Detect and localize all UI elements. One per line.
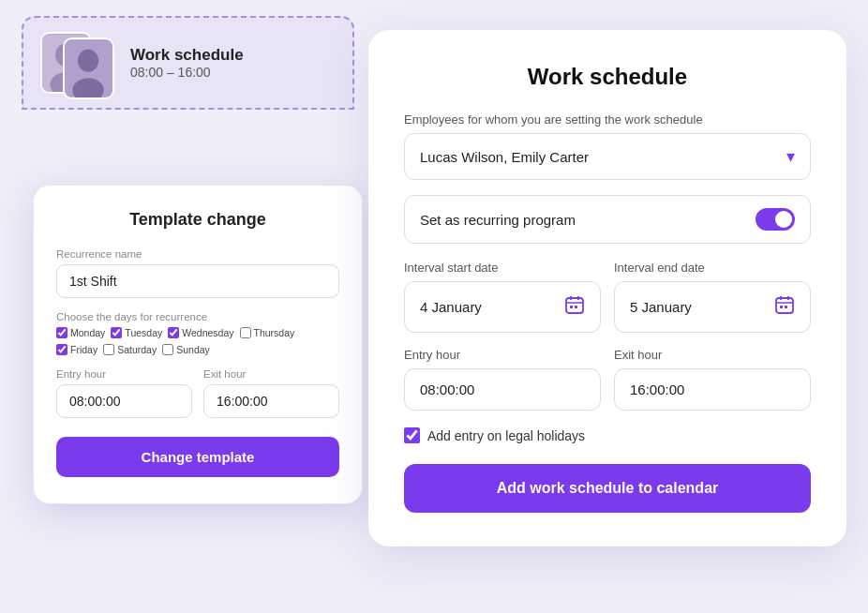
interval-start-input[interactable]: 4 January xyxy=(404,281,601,333)
entry-hour-group: Entry hour xyxy=(56,368,192,418)
entry-hour-label: Entry hour xyxy=(56,368,192,380)
day-saturday: Saturday xyxy=(103,344,157,355)
time-row: Entry hour Exit hour xyxy=(56,368,339,418)
day-tuesday-checkbox[interactable] xyxy=(111,327,122,338)
main-exit-hour-value: 16:00:00 xyxy=(630,381,684,397)
day-monday: Monday xyxy=(56,327,105,338)
day-friday-checkbox[interactable] xyxy=(56,344,67,355)
time-fields-row: Entry hour 08:00:00 Exit hour 16:00:00 xyxy=(404,348,811,411)
change-template-button[interactable]: Change template xyxy=(56,437,339,477)
days-label: Choose the days for recurrence xyxy=(56,311,339,322)
exit-hour-label: Exit hour xyxy=(203,368,339,380)
interval-start-label: Interval start date xyxy=(404,261,601,275)
days-row: Monday Tuesday Wednesday Thursday Friday xyxy=(56,327,339,355)
date-row: Interval start date 4 January xyxy=(404,261,811,333)
employees-label: Employees for whom you are setting the w… xyxy=(404,112,811,127)
svg-rect-10 xyxy=(570,306,573,308)
svg-rect-17 xyxy=(785,306,787,308)
calendar-start-icon xyxy=(564,294,585,320)
main-exit-hour-input[interactable]: 16:00:00 xyxy=(614,368,811,411)
svg-rect-11 xyxy=(575,306,577,308)
recurring-label: Set as recurring program xyxy=(420,212,576,228)
exit-hour-group: Exit hour xyxy=(203,368,339,418)
template-card-title: Template change xyxy=(56,210,339,230)
entry-hour-input[interactable] xyxy=(56,384,192,418)
recurrence-name-input[interactable] xyxy=(56,264,339,298)
day-sunday: Sunday xyxy=(162,344,210,355)
main-card: Work schedule Employees for whom you are… xyxy=(368,30,846,546)
svg-rect-6 xyxy=(566,298,583,313)
interval-start-group: Interval start date 4 January xyxy=(404,261,601,333)
svg-point-4 xyxy=(78,50,98,72)
day-friday: Friday xyxy=(56,344,97,355)
avatar-2 xyxy=(63,37,114,99)
recurrence-name-label: Recurrence name xyxy=(56,248,339,260)
header-title: Work schedule xyxy=(130,46,244,65)
main-entry-hour-input[interactable]: 08:00:00 xyxy=(404,368,601,411)
header-text: Work schedule 08:00 – 16:00 xyxy=(130,46,244,80)
svg-rect-12 xyxy=(776,298,793,313)
main-entry-hour-label: Entry hour xyxy=(404,348,601,362)
interval-end-input[interactable]: 5 January xyxy=(614,281,811,333)
avatars xyxy=(40,32,117,94)
interval-end-label: Interval end date xyxy=(614,261,811,275)
chevron-down-icon: ▾ xyxy=(786,146,795,167)
main-card-title: Work schedule xyxy=(404,64,811,90)
day-wednesday-checkbox[interactable] xyxy=(168,327,179,338)
header-time: 08:00 – 16:00 xyxy=(130,65,244,80)
header-strip: Work schedule 08:00 – 16:00 xyxy=(22,16,354,110)
legal-holidays-checkbox[interactable] xyxy=(404,427,420,443)
day-wednesday: Wednesday xyxy=(168,327,233,338)
employees-value: Lucas Wilson, Emily Carter xyxy=(420,149,589,165)
calendar-end-icon xyxy=(774,294,795,320)
recurring-toggle-row: Set as recurring program xyxy=(404,195,811,244)
day-thursday-checkbox[interactable] xyxy=(240,327,251,338)
legal-holidays-row: Add entry on legal holidays xyxy=(404,427,811,443)
day-monday-checkbox[interactable] xyxy=(56,327,67,338)
day-tuesday: Tuesday xyxy=(111,327,162,338)
svg-rect-16 xyxy=(780,306,783,308)
recurrence-name-group: Recurrence name xyxy=(56,248,339,298)
day-sunday-checkbox[interactable] xyxy=(162,344,173,355)
template-card: Template change Recurrence name Choose t… xyxy=(33,185,363,504)
interval-end-value: 5 January xyxy=(630,299,692,315)
interval-end-group: Interval end date 5 January xyxy=(614,261,811,333)
main-entry-hour-group: Entry hour 08:00:00 xyxy=(404,348,601,411)
legal-holidays-label: Add entry on legal holidays xyxy=(427,428,585,443)
recurring-toggle[interactable] xyxy=(756,208,795,231)
employees-select[interactable]: Lucas Wilson, Emily Carter ▾ xyxy=(404,133,811,180)
main-exit-hour-group: Exit hour 16:00:00 xyxy=(614,348,811,411)
main-exit-hour-label: Exit hour xyxy=(614,348,811,362)
interval-start-value: 4 January xyxy=(420,299,482,315)
exit-hour-input[interactable] xyxy=(203,384,339,418)
days-group: Choose the days for recurrence Monday Tu… xyxy=(56,311,339,355)
day-thursday: Thursday xyxy=(240,327,295,338)
add-schedule-button[interactable]: Add work schedule to calendar xyxy=(404,464,811,513)
main-entry-hour-value: 08:00:00 xyxy=(420,381,474,397)
day-saturday-checkbox[interactable] xyxy=(103,344,114,355)
